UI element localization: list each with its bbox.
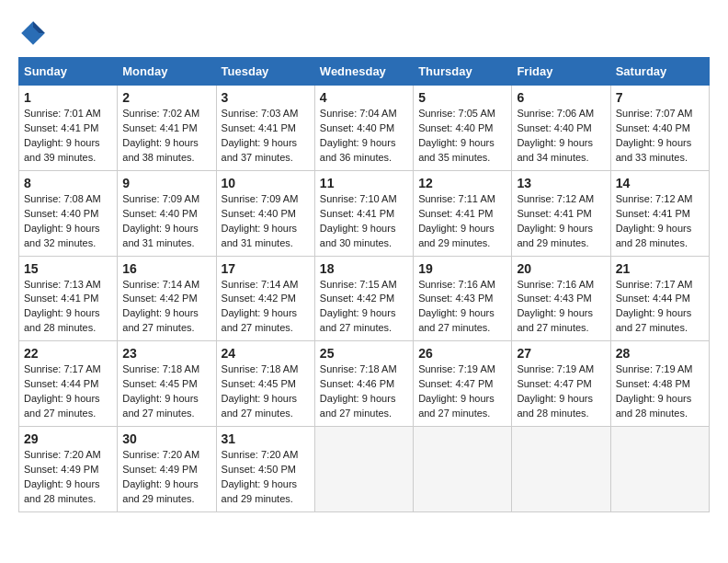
- day-info: Sunrise: 7:01 AM Sunset: 4:41 PM Dayligh…: [24, 107, 112, 166]
- day-info: Sunrise: 7:17 AM Sunset: 4:44 PM Dayligh…: [616, 278, 704, 337]
- day-info: Sunrise: 7:04 AM Sunset: 4:40 PM Dayligh…: [320, 107, 408, 166]
- day-number: 3: [222, 90, 310, 105]
- calendar-cell: [414, 427, 512, 512]
- day-info: Sunrise: 7:19 AM Sunset: 4:47 PM Dayligh…: [418, 362, 506, 421]
- day-info: Sunrise: 7:20 AM Sunset: 4:49 PM Dayligh…: [122, 448, 210, 507]
- calendar-cell: 3 Sunrise: 7:03 AM Sunset: 4:41 PM Dayli…: [216, 86, 314, 171]
- day-number: 10: [222, 176, 310, 190]
- day-number: 26: [418, 346, 506, 361]
- day-info: Sunrise: 7:19 AM Sunset: 4:47 PM Dayligh…: [517, 362, 605, 421]
- day-number: 14: [616, 176, 704, 190]
- calendar-cell: 26 Sunrise: 7:19 AM Sunset: 4:47 PM Dayl…: [414, 341, 512, 427]
- calendar-cell: [512, 427, 610, 512]
- day-number: 12: [418, 176, 506, 190]
- day-number: 5: [418, 90, 506, 105]
- day-info: Sunrise: 7:12 AM Sunset: 4:41 PM Dayligh…: [616, 192, 704, 251]
- day-info: Sunrise: 7:10 AM Sunset: 4:41 PM Dayligh…: [320, 192, 408, 251]
- day-info: Sunrise: 7:14 AM Sunset: 4:42 PM Dayligh…: [122, 278, 210, 337]
- calendar-cell: 7 Sunrise: 7:07 AM Sunset: 4:40 PM Dayli…: [610, 86, 709, 171]
- day-number: 2: [122, 90, 210, 105]
- calendar-cell: 13 Sunrise: 7:12 AM Sunset: 4:41 PM Dayl…: [512, 170, 610, 256]
- calendar-cell: 2 Sunrise: 7:02 AM Sunset: 4:41 PM Dayli…: [118, 86, 216, 171]
- weekday-header-sunday: Sunday: [19, 58, 118, 86]
- day-number: 6: [517, 90, 605, 105]
- day-number: 19: [418, 261, 506, 276]
- day-info: Sunrise: 7:06 AM Sunset: 4:40 PM Dayligh…: [517, 107, 605, 166]
- page-header: [18, 18, 710, 48]
- calendar-cell: [610, 427, 709, 512]
- calendar-cell: 15 Sunrise: 7:13 AM Sunset: 4:41 PM Dayl…: [19, 256, 118, 341]
- day-info: Sunrise: 7:17 AM Sunset: 4:44 PM Dayligh…: [24, 362, 112, 421]
- calendar-cell: 27 Sunrise: 7:19 AM Sunset: 4:47 PM Dayl…: [512, 341, 610, 427]
- calendar-cell: 22 Sunrise: 7:17 AM Sunset: 4:44 PM Dayl…: [19, 341, 118, 427]
- day-info: Sunrise: 7:09 AM Sunset: 4:40 PM Dayligh…: [122, 192, 210, 251]
- day-number: 1: [24, 90, 112, 105]
- day-info: Sunrise: 7:16 AM Sunset: 4:43 PM Dayligh…: [517, 278, 605, 337]
- day-number: 20: [517, 261, 605, 276]
- day-info: Sunrise: 7:19 AM Sunset: 4:48 PM Dayligh…: [616, 362, 704, 421]
- calendar-cell: 4 Sunrise: 7:04 AM Sunset: 4:40 PM Dayli…: [314, 86, 413, 171]
- calendar-cell: 23 Sunrise: 7:18 AM Sunset: 4:45 PM Dayl…: [118, 341, 216, 427]
- day-info: Sunrise: 7:13 AM Sunset: 4:41 PM Dayligh…: [24, 278, 112, 337]
- weekday-header-monday: Monday: [118, 58, 216, 86]
- day-number: 25: [320, 346, 408, 361]
- day-info: Sunrise: 7:15 AM Sunset: 4:42 PM Dayligh…: [320, 278, 408, 337]
- day-number: 8: [24, 176, 112, 190]
- day-info: Sunrise: 7:07 AM Sunset: 4:40 PM Dayligh…: [616, 107, 704, 166]
- calendar-cell: 31 Sunrise: 7:20 AM Sunset: 4:50 PM Dayl…: [216, 427, 314, 512]
- weekday-header-tuesday: Tuesday: [216, 58, 314, 86]
- calendar-cell: 24 Sunrise: 7:18 AM Sunset: 4:45 PM Dayl…: [216, 341, 314, 427]
- day-number: 28: [616, 346, 704, 361]
- day-info: Sunrise: 7:18 AM Sunset: 4:46 PM Dayligh…: [320, 362, 408, 421]
- calendar-cell: 25 Sunrise: 7:18 AM Sunset: 4:46 PM Dayl…: [314, 341, 413, 427]
- calendar-cell: 6 Sunrise: 7:06 AM Sunset: 4:40 PM Dayli…: [512, 86, 610, 171]
- day-info: Sunrise: 7:11 AM Sunset: 4:41 PM Dayligh…: [418, 192, 506, 251]
- day-number: 21: [616, 261, 704, 276]
- calendar-cell: 29 Sunrise: 7:20 AM Sunset: 4:49 PM Dayl…: [19, 427, 118, 512]
- day-info: Sunrise: 7:02 AM Sunset: 4:41 PM Dayligh…: [122, 107, 210, 166]
- calendar-cell: 16 Sunrise: 7:14 AM Sunset: 4:42 PM Dayl…: [118, 256, 216, 341]
- logo-icon: [18, 18, 48, 48]
- day-info: Sunrise: 7:14 AM Sunset: 4:42 PM Dayligh…: [222, 278, 310, 337]
- day-info: Sunrise: 7:08 AM Sunset: 4:40 PM Dayligh…: [24, 192, 112, 251]
- day-number: 18: [320, 261, 408, 276]
- calendar-cell: 9 Sunrise: 7:09 AM Sunset: 4:40 PM Dayli…: [118, 170, 216, 256]
- calendar-table: SundayMondayTuesdayWednesdayThursdayFrid…: [18, 57, 710, 512]
- day-number: 16: [122, 261, 210, 276]
- calendar-cell: 8 Sunrise: 7:08 AM Sunset: 4:40 PM Dayli…: [19, 170, 118, 256]
- weekday-header-thursday: Thursday: [414, 58, 512, 86]
- calendar-cell: 19 Sunrise: 7:16 AM Sunset: 4:43 PM Dayl…: [414, 256, 512, 341]
- calendar-cell: 21 Sunrise: 7:17 AM Sunset: 4:44 PM Dayl…: [610, 256, 709, 341]
- calendar-cell: 14 Sunrise: 7:12 AM Sunset: 4:41 PM Dayl…: [610, 170, 709, 256]
- weekday-header-saturday: Saturday: [610, 58, 709, 86]
- day-number: 24: [222, 346, 310, 361]
- day-number: 4: [320, 90, 408, 105]
- day-info: Sunrise: 7:20 AM Sunset: 4:50 PM Dayligh…: [222, 448, 310, 507]
- day-info: Sunrise: 7:03 AM Sunset: 4:41 PM Dayligh…: [222, 107, 310, 166]
- day-number: 17: [222, 261, 310, 276]
- day-info: Sunrise: 7:18 AM Sunset: 4:45 PM Dayligh…: [122, 362, 210, 421]
- calendar-cell: 28 Sunrise: 7:19 AM Sunset: 4:48 PM Dayl…: [610, 341, 709, 427]
- day-number: 11: [320, 176, 408, 190]
- logo: [18, 18, 51, 48]
- day-number: 22: [24, 346, 112, 361]
- weekday-header-friday: Friday: [512, 58, 610, 86]
- calendar-cell: [314, 427, 413, 512]
- calendar-cell: 1 Sunrise: 7:01 AM Sunset: 4:41 PM Dayli…: [19, 86, 118, 171]
- calendar-cell: 17 Sunrise: 7:14 AM Sunset: 4:42 PM Dayl…: [216, 256, 314, 341]
- day-number: 29: [24, 431, 112, 446]
- day-number: 9: [122, 176, 210, 190]
- calendar-cell: 12 Sunrise: 7:11 AM Sunset: 4:41 PM Dayl…: [414, 170, 512, 256]
- day-number: 23: [122, 346, 210, 361]
- day-info: Sunrise: 7:18 AM Sunset: 4:45 PM Dayligh…: [222, 362, 310, 421]
- day-number: 7: [616, 90, 704, 105]
- weekday-header-wednesday: Wednesday: [314, 58, 413, 86]
- day-info: Sunrise: 7:16 AM Sunset: 4:43 PM Dayligh…: [418, 278, 506, 337]
- day-info: Sunrise: 7:05 AM Sunset: 4:40 PM Dayligh…: [418, 107, 506, 166]
- day-number: 27: [517, 346, 605, 361]
- day-info: Sunrise: 7:20 AM Sunset: 4:49 PM Dayligh…: [24, 448, 112, 507]
- day-number: 15: [24, 261, 112, 276]
- day-info: Sunrise: 7:09 AM Sunset: 4:40 PM Dayligh…: [222, 192, 310, 251]
- day-number: 31: [222, 431, 310, 446]
- calendar-cell: 11 Sunrise: 7:10 AM Sunset: 4:41 PM Dayl…: [314, 170, 413, 256]
